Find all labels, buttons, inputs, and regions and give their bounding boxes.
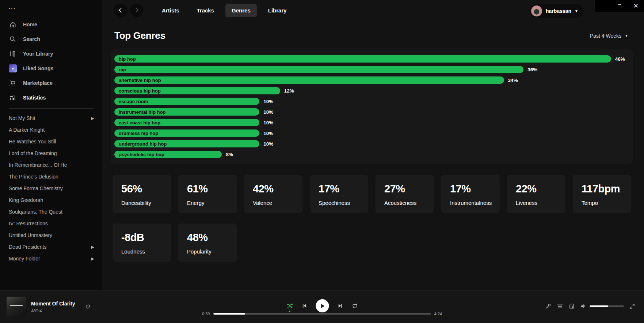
now-playing: Moment Of Clarity JAY-Z — [7, 297, 75, 316]
repeat-icon — [351, 303, 358, 309]
lyrics-button[interactable] — [545, 303, 552, 309]
like-button[interactable] — [85, 303, 91, 309]
mute-button[interactable] — [580, 303, 587, 309]
close-button[interactable]: ✕ — [628, 0, 644, 12]
previous-button[interactable] — [301, 303, 307, 309]
sidebar-item-liked-songs[interactable]: ♥ Liked Songs — [0, 61, 102, 76]
genre-label: rap — [114, 67, 126, 72]
stat-value: 27% — [384, 183, 434, 195]
genre-percent: 10% — [263, 131, 273, 136]
sidebar-item-your-library[interactable]: Your Library — [0, 46, 102, 61]
genre-bar-row: hip hop 46% — [114, 55, 629, 63]
chevron-right-icon: ▶ — [91, 245, 94, 249]
tab-tracks[interactable]: Tracks — [191, 4, 221, 17]
tab-artists[interactable]: Artists — [156, 4, 186, 17]
stat-card-valence: 42% Valence — [244, 175, 302, 213]
sidebar-item-label: Marketplace — [23, 80, 53, 86]
genre-label: hip hop — [114, 56, 136, 62]
microphone-icon — [545, 303, 552, 309]
maximize-icon — [618, 4, 621, 8]
progress-bar[interactable] — [213, 313, 431, 315]
cart-icon — [9, 79, 16, 87]
duration-time: 4:24 — [434, 312, 445, 316]
play-button[interactable] — [316, 299, 329, 312]
genre-bar[interactable]: alternative hip hop — [114, 76, 504, 84]
volume-group — [580, 303, 624, 309]
playlist-item-lord-of-the-dreaming[interactable]: Lord of the Dreaming ▶ — [0, 147, 102, 159]
playlist-item-soulqarians-the-quest[interactable]: Soulqarians, The Quest ▶ — [0, 206, 102, 218]
forward-button[interactable] — [130, 4, 143, 17]
genre-bar-row: rap 36% — [114, 66, 629, 73]
genre-bar[interactable]: hip hop — [114, 55, 611, 63]
stat-label: Acousticness — [384, 200, 434, 206]
caret-down-icon: ▼ — [575, 9, 578, 13]
playlist-item-king-geedorah[interactable]: King Geedorah ▶ — [0, 194, 102, 206]
playlist-item-untitled-unmastery[interactable]: Untitled Unmastery ▶ — [0, 229, 102, 241]
genre-bar-row: instrumental hip hop 10% — [114, 108, 629, 116]
sidebar-item-statistics[interactable]: Statistics — [0, 90, 102, 105]
sidebar-item-home[interactable]: Home — [0, 17, 102, 32]
genre-bar[interactable]: east coast hip hop — [114, 119, 259, 126]
stat-label: Popularity — [187, 248, 237, 255]
library-icon — [9, 50, 16, 57]
progress-fill — [213, 313, 245, 315]
back-button[interactable] — [114, 4, 127, 17]
chevron-right-icon: ▶ — [91, 116, 94, 121]
devices-button[interactable] — [568, 303, 575, 309]
maximize-button[interactable] — [611, 0, 628, 12]
stat-label: Liveness — [516, 200, 565, 206]
stat-label: Instrumentalness — [450, 200, 500, 206]
time-range-dropdown[interactable]: Past 4 Weeks ▼ — [590, 33, 628, 39]
genre-bar-row: drumless hip hop 10% — [114, 129, 629, 137]
genre-bar[interactable]: instrumental hip hop — [114, 108, 259, 116]
track-title[interactable]: Moment Of Clarity — [31, 301, 75, 307]
queue-button[interactable] — [557, 303, 563, 309]
playlist-item-not-my-shit[interactable]: Not My Shit ▶ — [0, 112, 102, 124]
stat-value: 117bpm — [582, 183, 631, 195]
playlist-item-in-remembrance-of-he[interactable]: In Remembrance... Of He ▶ — [0, 159, 102, 171]
playlist-label: Some Forma Chemistry — [9, 185, 63, 191]
album-art[interactable] — [7, 297, 26, 316]
devices-icon — [568, 303, 575, 309]
tab-library[interactable]: Library — [262, 4, 293, 17]
genre-percent: 12% — [284, 88, 294, 94]
playlist-item-a-darker-knight[interactable]: A Darker Knight ▶ — [0, 124, 102, 136]
playlist-item-iv-resurrections[interactable]: IV: Resurrections ▶ — [0, 218, 102, 229]
repeat-button[interactable] — [351, 303, 358, 309]
genre-bar-row: psychedelic hip hop 8% — [114, 151, 629, 158]
user-menu[interactable]: harbassan ▼ — [530, 4, 583, 18]
app-menu-button[interactable]: ... — [0, 0, 102, 10]
genre-bar[interactable]: underground hip hop — [114, 140, 259, 147]
tab-genres[interactable]: Genres — [225, 4, 257, 17]
genre-bar[interactable]: psychedelic hip hop — [114, 151, 222, 158]
volume-slider[interactable] — [590, 305, 624, 307]
progress-row: 0:39 4:24 — [200, 312, 445, 316]
next-button[interactable] — [337, 303, 343, 309]
sidebar-item-marketplace[interactable]: Marketplace — [0, 76, 102, 90]
minimize-button[interactable] — [595, 0, 611, 12]
genre-bar[interactable]: conscious hip hop — [114, 87, 280, 94]
sidebar-item-label: Search — [23, 36, 40, 42]
genre-label: east coast hip hop — [114, 120, 160, 125]
playlist-label: A Darker Knight — [9, 127, 45, 133]
genre-label: psychedelic hip hop — [114, 152, 164, 157]
window-controls: ✕ — [595, 0, 644, 12]
playlist-label: Untitled Unmastery — [9, 232, 52, 238]
genre-bar[interactable]: drumless hip hop — [114, 129, 259, 137]
stat-value: 48% — [187, 232, 237, 244]
genre-bar[interactable]: escape room — [114, 98, 259, 105]
playlist-item-money-folder[interactable]: Money Folder ▶ — [0, 253, 102, 264]
shuffle-button[interactable] — [286, 303, 293, 309]
genre-percent: 8% — [226, 152, 233, 157]
playlist-item-some-forma-chemistry[interactable]: Some Forma Chemistry ▶ — [0, 183, 102, 194]
sidebar-item-search[interactable]: Search — [0, 32, 102, 46]
fullscreen-button[interactable] — [629, 303, 635, 309]
fullscreen-icon — [629, 303, 635, 309]
minimize-icon — [601, 6, 605, 6]
playlist-item-the-prince-s-delusion[interactable]: The Prince's Delusion ▶ — [0, 171, 102, 183]
playlist-item-he-watches-you-still[interactable]: He Watches You Still ▶ — [0, 136, 102, 147]
genre-bar[interactable]: rap — [114, 66, 523, 73]
track-artist[interactable]: JAY-Z — [31, 308, 75, 312]
playlist-label: He Watches You Still — [9, 139, 56, 144]
playlist-item-dead-presidents[interactable]: Dead Presidents ▶ — [0, 241, 102, 253]
